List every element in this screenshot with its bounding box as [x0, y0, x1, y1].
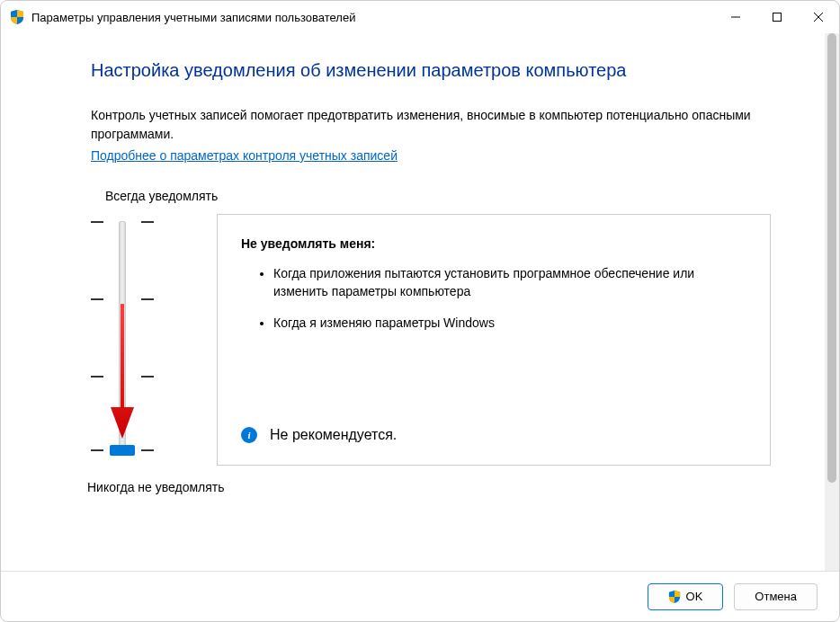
main-content: Настройка уведомления об изменении парам… — [1, 33, 825, 571]
slider-label-never: Никогда не уведомлять — [87, 480, 771, 494]
maximize-button[interactable] — [756, 1, 798, 33]
page-description: Контроль учетных записей помогает предот… — [91, 106, 771, 144]
minimize-button[interactable] — [715, 1, 756, 33]
titlebar: Параметры управления учетными записями п… — [1, 1, 839, 33]
window-title: Параметры управления учетными записями п… — [31, 11, 715, 24]
close-button[interactable] — [798, 1, 839, 33]
scrollbar-thumb[interactable] — [827, 33, 836, 483]
learn-more-link[interactable]: Подробнее о параметрах контроля учетных … — [91, 148, 398, 163]
slider-track — [119, 221, 126, 455]
uac-shield-icon — [10, 10, 24, 24]
slider-thumb[interactable] — [110, 445, 135, 456]
dialog-footer: OK Отмена — [1, 571, 839, 621]
info-panel: Не уведомлять меня: Когда приложения пыт… — [217, 214, 771, 466]
info-icon: i — [241, 427, 257, 443]
info-list-item: Когда приложения пытаются установить про… — [273, 265, 746, 300]
slider-tick — [91, 298, 154, 300]
slider-tick — [91, 221, 154, 223]
ok-button-label: OK — [686, 590, 703, 603]
ok-button[interactable]: OK — [648, 583, 724, 610]
notification-slider[interactable] — [91, 214, 154, 466]
info-footer-text: Не рекомендуется. — [270, 427, 397, 443]
page-heading: Настройка уведомления об изменении парам… — [91, 60, 771, 81]
svg-rect-1 — [773, 13, 782, 22]
cancel-button-label: Отмена — [755, 590, 797, 603]
vertical-scrollbar[interactable] — [825, 33, 839, 571]
info-list-item: Когда я изменяю параметры Windows — [273, 315, 746, 333]
uac-shield-icon — [668, 591, 681, 603]
slider-tick — [91, 376, 154, 378]
info-title: Не уведомлять меня: — [241, 236, 746, 251]
slider-label-always: Всегда уведомлять — [105, 189, 771, 203]
cancel-button[interactable]: Отмена — [734, 583, 818, 610]
window-controls — [715, 1, 839, 33]
